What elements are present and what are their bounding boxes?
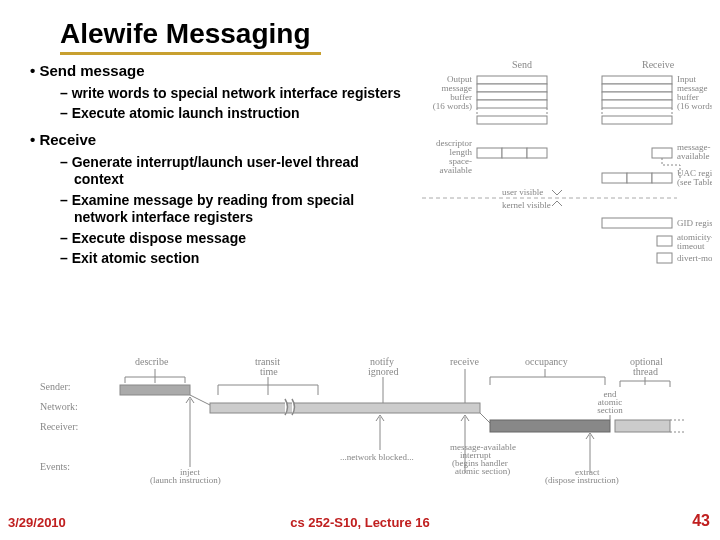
svg-rect-22 [477, 148, 502, 158]
bullet-recv-sub2: Examine message by reading from special … [34, 192, 410, 227]
svg-rect-24 [527, 148, 547, 158]
bullet-recv-sub1: Generate interrupt/launch user-level thr… [34, 154, 410, 189]
svg-text:section: section [597, 405, 623, 415]
bullet-receive: Receive [20, 131, 410, 150]
svg-rect-33 [627, 173, 652, 183]
svg-text:timeout: timeout [677, 241, 705, 251]
svg-rect-0 [477, 76, 547, 84]
input-buffer [602, 76, 672, 108]
svg-text:available: available [440, 165, 472, 175]
svg-rect-82 [490, 420, 610, 432]
svg-rect-12 [602, 84, 672, 92]
svg-text:Network:: Network: [40, 401, 78, 412]
label-send: Send [512, 59, 532, 70]
svg-text:user visible: user visible [502, 187, 543, 197]
svg-text:available: available [677, 151, 709, 161]
svg-rect-80 [210, 403, 480, 413]
diagram-timeline: describe transit time notify ignored rec… [30, 355, 690, 485]
bullet-recv-sub3: Execute dispose message [34, 230, 410, 248]
svg-rect-32 [602, 173, 627, 183]
svg-text:atomic section): atomic section) [455, 466, 510, 476]
svg-rect-1 [477, 84, 547, 92]
content-area: Send message write words to special netw… [20, 62, 410, 271]
svg-rect-17 [602, 116, 672, 124]
svg-text:thread: thread [633, 366, 658, 377]
svg-text:kernel visible: kernel visible [502, 200, 551, 210]
svg-text:(16 words): (16 words) [677, 101, 712, 111]
svg-rect-83 [615, 420, 670, 432]
svg-rect-3 [477, 100, 547, 108]
svg-line-79 [190, 395, 210, 405]
svg-text:Sender:: Sender: [40, 381, 71, 392]
svg-rect-2 [477, 92, 547, 100]
svg-text:(launch instruction): (launch instruction) [150, 475, 221, 485]
footer-page: 43 [692, 512, 710, 530]
diagram-registers: Send Receive Output message buffer (16 w… [412, 58, 712, 288]
svg-rect-45 [657, 253, 672, 263]
svg-rect-42 [657, 236, 672, 246]
svg-text:(see Table 3): (see Table 3) [677, 177, 712, 187]
svg-text:Events:: Events: [40, 461, 70, 472]
label-receive: Receive [642, 59, 675, 70]
bullet-recv-sub4: Exit atomic section [34, 250, 410, 268]
svg-rect-34 [652, 173, 672, 183]
svg-rect-13 [602, 92, 672, 100]
svg-text:...network blocked...: ...network blocked... [340, 452, 414, 462]
footer-center: cs 252-S10, Lecture 16 [0, 515, 720, 530]
svg-text:receive: receive [450, 356, 479, 367]
svg-text:ignored: ignored [368, 366, 399, 377]
svg-rect-14 [602, 100, 672, 108]
svg-text:Receiver:: Receiver: [40, 421, 78, 432]
svg-text:GID register: GID register [677, 218, 712, 228]
bullet-send: Send message [20, 62, 410, 81]
svg-text:describe: describe [135, 356, 169, 367]
slide-title: Alewife Messaging [60, 18, 321, 55]
svg-text:(16 words): (16 words) [433, 101, 472, 111]
svg-line-81 [480, 413, 490, 423]
svg-rect-11 [602, 76, 672, 84]
bullet-send-sub2: Execute atomic launch instruction [34, 105, 410, 123]
svg-rect-23 [502, 148, 527, 158]
svg-text:divert-mode: divert-mode [677, 253, 712, 263]
svg-rect-78 [120, 385, 190, 395]
output-buffer [477, 76, 547, 108]
svg-text:time: time [260, 366, 278, 377]
svg-text:occupancy: occupancy [525, 356, 568, 367]
svg-rect-40 [602, 218, 672, 228]
svg-rect-6 [477, 116, 547, 124]
svg-rect-29 [652, 148, 672, 158]
bullet-send-sub1: write words to special network interface… [34, 85, 410, 103]
svg-text:(dispose instruction): (dispose instruction) [545, 475, 619, 485]
